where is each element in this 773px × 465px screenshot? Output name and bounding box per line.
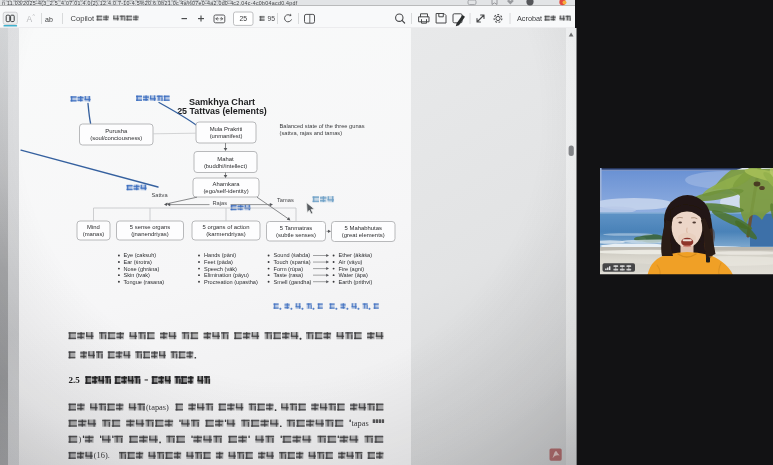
svg-text:Copilot: Copilot — [71, 14, 96, 23]
svg-text:25: 25 — [239, 15, 247, 22]
svg-text:ab: ab — [45, 16, 53, 23]
svg-text:95: 95 — [268, 15, 276, 22]
svg-text:M09 M8B 9M2 4BM 80M M24: M09 M8B 9M2 4BM 80M M24 9MB M40 82M M09 … — [2, 0, 232, 3]
svg-text:A: A — [27, 14, 33, 24]
svg-text:Acrobat: Acrobat — [517, 14, 542, 23]
